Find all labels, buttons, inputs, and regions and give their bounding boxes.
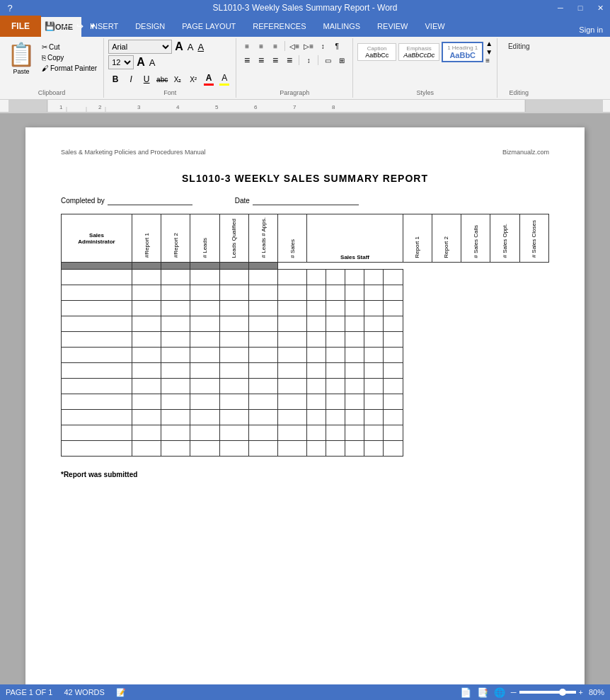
completed-by-line: Completed by Date	[61, 195, 549, 205]
paragraph-group-label: Paragraph	[280, 89, 309, 96]
paste-button[interactable]: 📋 Paste	[4, 40, 38, 76]
sign-in-button[interactable]: Sign in	[572, 23, 610, 37]
styles-group-label: Styles	[416, 89, 434, 96]
styles-more[interactable]: ≡	[485, 57, 493, 64]
title-bar: ? SL1010-3 Weekly Sales Summary Report -…	[0, 0, 610, 16]
bullets-button[interactable]: ≡	[241, 40, 253, 52]
line-spacing-button[interactable]: ↕	[302, 54, 315, 67]
styles-scroll-up[interactable]: ▲	[485, 40, 493, 47]
font-grow-icon[interactable]: A	[173, 40, 185, 53]
date-input[interactable]	[253, 195, 359, 205]
close-button[interactable]: ✕	[590, 0, 610, 16]
web-layout-icon[interactable]: 🌐	[494, 687, 505, 698]
zoom-thumb	[559, 689, 566, 696]
zoom-out-button[interactable]: ─	[511, 688, 517, 696]
tab-page-layout[interactable]: PAGE LAYOUT	[173, 16, 244, 37]
completed-by-input[interactable]	[108, 195, 192, 205]
highlight-button[interactable]: A	[217, 72, 231, 86]
ribbon-toolbar: 📋 Paste ✂ Cut ⎘ Copy 🖌 Format Painter	[0, 37, 610, 100]
help-icon[interactable]: ?	[0, 0, 20, 16]
svg-rect-1	[8, 100, 47, 113]
table-subheader-row	[62, 263, 549, 270]
shrink-icon[interactable]: A	[148, 57, 157, 68]
font-group-label: Font	[163, 89, 176, 96]
tab-file[interactable]: FILE	[0, 16, 41, 37]
svg-text:8: 8	[332, 104, 335, 110]
italic-button[interactable]: I	[124, 72, 138, 86]
tab-row: 💾 ↩ ↪ ▾ FILE HOME INSERT DESIGN PAGE LAY…	[0, 16, 610, 37]
subscript-button[interactable]: X₂	[171, 72, 185, 86]
redo-quick-btn[interactable]: ↪	[74, 20, 86, 33]
save-quick-btn[interactable]: 💾	[42, 20, 57, 33]
clear-formatting-icon[interactable]: A	[196, 42, 205, 52]
svg-text:3: 3	[137, 104, 141, 110]
proofing-icon[interactable]: 📝	[116, 688, 126, 697]
table-row	[62, 379, 549, 394]
bold-button[interactable]: B	[108, 72, 122, 86]
table-row	[62, 348, 549, 363]
numbering-button[interactable]: ≡	[255, 40, 267, 52]
decrease-indent-button[interactable]: ◁≡	[288, 40, 301, 52]
word-count: 42 WORDS	[64, 688, 104, 696]
cut-button[interactable]: ✂ Cut	[40, 42, 99, 52]
ribbon: 💾 ↩ ↪ ▾ FILE HOME INSERT DESIGN PAGE LAY…	[0, 16, 610, 113]
restore-button[interactable]: □	[570, 0, 590, 16]
editing-group: Editing Editing	[497, 38, 540, 98]
zoom-in-button[interactable]: +	[579, 688, 583, 696]
strikethrough-button[interactable]: abc	[155, 72, 169, 86]
font-family-select[interactable]: Arial	[108, 40, 172, 54]
superscript-button[interactable]: X²	[186, 72, 200, 86]
tab-design[interactable]: DESIGN	[127, 16, 173, 37]
align-right-button[interactable]: ≡	[269, 54, 282, 67]
table-row	[62, 301, 549, 316]
print-layout-icon[interactable]: 📑	[477, 687, 488, 698]
styles-scroll-down[interactable]: ▼	[485, 48, 493, 56]
tab-review[interactable]: REVIEW	[369, 16, 416, 37]
table-body	[62, 263, 549, 457]
zoom-slider[interactable]	[519, 691, 576, 694]
status-bar: PAGE 1 OF 1 42 WORDS 📝 📄 📑 🌐 ─ + 80%	[0, 684, 610, 700]
sort-button[interactable]: ↕	[316, 40, 329, 52]
report-table: SalesAdministrator #Report 1 #Report 2 #…	[61, 214, 549, 457]
grow-icon[interactable]: A	[135, 56, 146, 69]
format-painter-button[interactable]: 🖌 Format Painter	[40, 64, 99, 73]
tab-view[interactable]: VIEW	[417, 16, 454, 37]
document-page[interactable]: Sales & Marketing Policies and Procedure…	[25, 127, 585, 700]
col-staff-report1: Report 1	[403, 214, 432, 263]
col-report2: #Report 2	[161, 214, 190, 263]
copy-button[interactable]: ⎘ Copy	[40, 53, 99, 62]
increase-indent-button[interactable]: ▷≡	[302, 40, 315, 52]
col-sales-oppt: # Sales Oppt.	[490, 214, 519, 263]
font-shrink-icon[interactable]: A	[186, 42, 195, 52]
font-color-button[interactable]: A	[202, 72, 216, 86]
borders-button[interactable]: ⊞	[335, 54, 348, 67]
tab-references[interactable]: REFERENCES	[244, 16, 314, 37]
tab-mailings[interactable]: MAILINGS	[315, 16, 369, 37]
show-marks-button[interactable]: ¶	[330, 40, 343, 52]
style-emphasis[interactable]: Emphasis AaBbCcDc	[398, 43, 439, 61]
style-heading1[interactable]: 1 Heading 1 AaBbC	[442, 42, 483, 62]
zoom-percent[interactable]: 80%	[589, 688, 604, 696]
table-row	[62, 270, 549, 285]
underline-button[interactable]: U	[139, 72, 154, 86]
more-quick-btn[interactable]: ▾	[88, 20, 97, 33]
col-sales: # Sales	[278, 214, 307, 263]
status-bar-right: 📄 📑 🌐 ─ + 80%	[460, 687, 604, 698]
svg-text:6: 6	[254, 104, 258, 110]
shading-button[interactable]: ▭	[321, 54, 334, 67]
col-sales-closes: # Sales Closes	[519, 214, 548, 263]
multilevel-button[interactable]: ≡	[269, 40, 282, 52]
read-mode-icon[interactable]: 📄	[460, 687, 471, 698]
col-leads-apps: # Leads # Apps.	[248, 214, 277, 263]
undo-quick-btn[interactable]: ↩	[60, 20, 71, 33]
table-row	[62, 410, 549, 425]
svg-text:1: 1	[59, 104, 63, 110]
col-leads-qualified: Leads Qualified	[219, 214, 248, 263]
font-size-select[interactable]: 12	[108, 55, 134, 69]
style-caption[interactable]: Caption AaBbCc	[357, 43, 396, 61]
minimize-button[interactable]: ─	[551, 0, 570, 16]
align-center-button[interactable]: ≡	[255, 54, 267, 67]
align-left-button[interactable]: ≡	[241, 54, 253, 67]
justify-button[interactable]: ≡	[283, 54, 296, 67]
header-left: Sales & Marketing Policies and Procedure…	[61, 149, 206, 156]
